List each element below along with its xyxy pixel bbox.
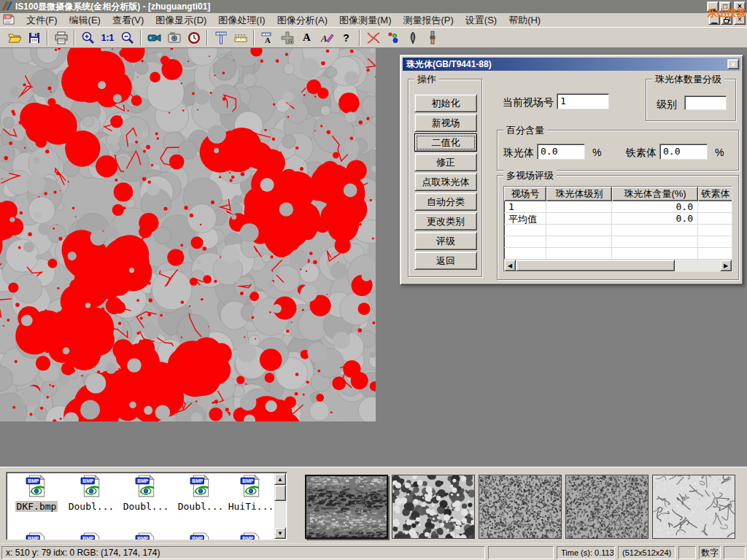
scrollbar-thumb[interactable] [516,260,675,271]
ruler-button[interactable] [231,28,250,47]
zoom-out-button[interactable] [117,28,137,47]
thumbnail-3[interactable] [479,475,562,539]
scroll-left-icon[interactable]: ◀ [504,260,516,271]
auto-classify-button[interactable]: 自动分类 [414,192,477,211]
menu-image-analysis[interactable]: 图像分析(A) [271,12,333,28]
caliper-button[interactable] [211,28,231,47]
toolbar-separator [359,30,360,46]
mdi-restore-button[interactable] [721,15,732,25]
grade-button[interactable]: 评级 [414,232,477,250]
scrollbar-thumb[interactable] [274,485,286,501]
pen-tool-button[interactable] [403,28,422,47]
timer-button[interactable] [184,28,204,47]
thumbnail-2[interactable] [392,475,475,539]
file-item[interactable]: BMP Doubl... [175,475,226,512]
col-pearlite-content[interactable]: 珠光体含量(%) [612,187,698,201]
multi-view-table[interactable]: 视场号 珠光体级别 珠光体含量(%) 铁素体 1 0.0 平均值 0.0 [503,186,732,272]
table-row[interactable]: 平均值 0.0 [504,213,732,225]
annotate-tool-button[interactable]: A [317,28,336,47]
current-view-input[interactable]: 1 [557,93,609,109]
return-button[interactable]: 返回 [414,252,477,270]
zoom-in-button[interactable] [78,28,98,47]
dialog-title-bar[interactable]: 珠光体(GB/T9441-88) × [403,58,740,71]
file-item-partial[interactable]: BMP [66,532,117,540]
status-empty [488,546,554,559]
thumbnail-1[interactable] [305,475,388,539]
move-cross-button[interactable] [277,28,297,47]
mdi-close-button[interactable]: × [734,15,746,25]
toolbar-separator [253,30,255,46]
change-class-button[interactable]: 更改类别 [414,212,477,230]
table-horizontal-scrollbar[interactable]: ◀ ▶ [504,260,732,271]
menu-file[interactable]: 文件(F) [20,12,63,28]
menu-measure-report[interactable]: 测量报告(P) [397,12,459,28]
help-button[interactable]: ? [336,28,356,47]
actual-size-button[interactable]: 1:1 [98,28,117,47]
particles-tool-button[interactable]: 3 [383,28,403,47]
thumbnail-4[interactable] [565,475,649,539]
save-button[interactable] [24,28,44,47]
bmp-file-icon: BMP [239,532,263,540]
file-item-partial[interactable]: BMP [120,532,171,540]
status-empty [678,546,696,559]
text-tool-button[interactable]: A [297,28,317,47]
file-name[interactable]: Doubl... [177,501,225,512]
file-item[interactable]: BMP HuiTi... [225,475,276,512]
dialog-close-button[interactable]: × [727,59,739,69]
scroll-down-icon[interactable]: ▼ [274,527,286,539]
file-browser[interactable]: BMP DKF.bmp BMP Doubl... BMP Doubl... BM… [6,472,287,540]
pick-pearlite-button[interactable]: 点取珠光体 [414,173,477,191]
clock-icon [187,31,201,45]
init-button[interactable]: 初始化 [414,94,477,112]
file-item-partial[interactable]: BMP [225,532,276,540]
pearlite-percent-input[interactable]: 0.0 [537,144,585,160]
file-name[interactable]: DKF.bmp [15,501,58,512]
menu-image-display[interactable]: 图像显示(D) [150,12,212,28]
col-field-no[interactable]: 视场号 [504,187,546,201]
thumbnail-5[interactable] [652,475,735,539]
file-name[interactable]: HuiTi... [227,501,276,512]
level-input[interactable] [684,96,727,110]
scroll-up-icon[interactable]: ▲ [274,473,286,485]
col-ferrite[interactable]: 铁素体 [698,187,732,201]
menu-image-measure[interactable]: 图像测量(M) [333,12,398,28]
ferrite-percent-input[interactable]: 0.0 [659,144,708,160]
metallographic-image[interactable] [0,48,376,421]
binarize-button[interactable]: 二值化 [414,133,477,152]
menu-bar: DOC 文件(F) 编辑(E) 查看(V) 图像显示(D) 图像处理(I) 图像… [0,13,747,28]
file-item-partial[interactable]: BMP [175,532,226,540]
svg-text:DOC: DOC [5,15,13,19]
measure-text-button[interactable]: A [258,28,277,47]
file-item-partial[interactable]: BMP [11,532,62,540]
camera-capture-button[interactable] [164,28,184,47]
spline-tool-button[interactable] [363,28,383,47]
print-button[interactable] [51,28,71,47]
menu-image-process[interactable]: 图像处理(I) [212,12,271,28]
scroll-right-icon[interactable]: ▶ [720,260,732,271]
col-pearlite-grade[interactable]: 珠光体级别 [546,187,612,201]
menu-help[interactable]: 帮助(H) [503,12,546,28]
file-name[interactable]: Doubl... [67,501,116,512]
file-item[interactable]: BMP DKF.bmp [11,475,62,512]
maximize-button[interactable]: □ [719,1,731,12]
status-time: Time (s): 0.113 [557,546,615,559]
file-item[interactable]: BMP Doubl... [66,475,117,512]
table-row[interactable]: 1 0.0 [504,201,732,213]
video-capture-button[interactable] [144,28,164,47]
new-field-button[interactable]: 新视场 [414,114,477,132]
close-button[interactable]: × [734,1,746,12]
mdi-minimize-button[interactable]: ▁ [708,15,720,25]
file-list-scrollbar[interactable]: ▲ ▼ [274,473,286,539]
svg-text:BMP: BMP [137,478,149,483]
file-item[interactable]: BMP Doubl... [120,475,171,512]
brush-tool-button[interactable] [422,28,442,47]
cross-icon [280,31,295,45]
minimize-button[interactable]: ▁ [707,1,719,12]
correct-button[interactable]: 修正 [414,153,477,171]
file-name[interactable]: Doubl... [122,501,171,512]
menu-edit[interactable]: 编辑(E) [63,12,107,28]
menu-settings[interactable]: 设置(S) [460,12,503,28]
document-icon[interactable]: DOC [3,14,15,27]
menu-view[interactable]: 查看(V) [107,12,150,28]
open-button[interactable] [4,28,24,47]
